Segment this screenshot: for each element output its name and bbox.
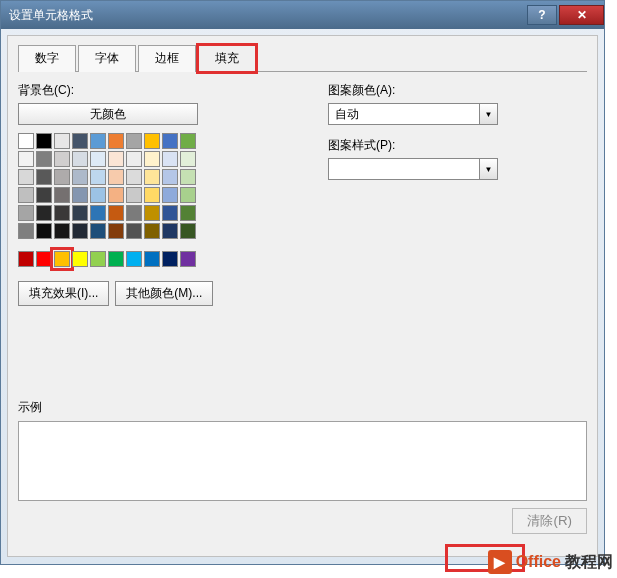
color-swatch[interactable] [18,187,34,203]
color-swatch[interactable] [162,169,178,185]
color-swatch[interactable] [18,151,34,167]
color-swatch[interactable] [180,151,196,167]
color-swatch[interactable] [180,133,196,149]
color-swatch[interactable] [162,205,178,221]
color-swatch[interactable] [90,205,106,221]
help-button[interactable]: ? [527,5,557,25]
color-swatch[interactable] [162,187,178,203]
standard-color-swatch[interactable] [162,251,178,267]
color-swatch[interactable] [72,223,88,239]
standard-color-swatch[interactable] [72,251,88,267]
window-controls: ? ✕ [527,5,604,25]
standard-color-swatch[interactable] [18,251,34,267]
watermark-brand2: 教程网 [565,552,613,573]
tab-font[interactable]: 字体 [78,45,136,72]
color-swatch[interactable] [36,133,52,149]
color-swatch[interactable] [144,205,160,221]
pattern-color-dropdown[interactable]: 自动 ▼ [328,103,498,125]
color-swatch[interactable] [180,169,196,185]
right-column: 图案颜色(A): 自动 ▼ 图案样式(P): ▼ [328,82,528,306]
color-swatch[interactable] [36,187,52,203]
color-swatch[interactable] [126,223,142,239]
color-swatch[interactable] [18,205,34,221]
color-swatch[interactable] [36,151,52,167]
color-swatch[interactable] [126,151,142,167]
color-swatch[interactable] [18,223,34,239]
tab-number[interactable]: 数字 [18,45,76,72]
color-swatch[interactable] [126,187,142,203]
fill-effects-button[interactable]: 填充效果(I)... [18,281,109,306]
office-logo-icon: ▶ [488,550,512,574]
color-swatch[interactable] [90,133,106,149]
chevron-down-icon: ▼ [479,159,497,179]
color-swatch[interactable] [108,187,124,203]
color-swatch[interactable] [54,205,70,221]
color-swatch[interactable] [90,223,106,239]
color-swatch[interactable] [180,205,196,221]
color-swatch[interactable] [36,223,52,239]
color-swatch[interactable] [144,151,160,167]
color-swatch[interactable] [36,205,52,221]
color-swatch[interactable] [54,223,70,239]
theme-color-grid [18,133,268,239]
color-swatch[interactable] [18,169,34,185]
color-swatch[interactable] [144,133,160,149]
color-swatch[interactable] [144,169,160,185]
sample-preview [18,421,587,501]
standard-color-swatch[interactable] [108,251,124,267]
color-swatch[interactable] [90,187,106,203]
tab-border[interactable]: 边框 [138,45,196,72]
color-swatch[interactable] [126,133,142,149]
chevron-down-icon: ▼ [479,104,497,124]
pattern-color-value: 自动 [335,106,359,123]
color-swatch[interactable] [108,223,124,239]
standard-color-swatch[interactable] [180,251,196,267]
nocolor-button[interactable]: 无颜色 [18,103,198,125]
button-row: 填充效果(I)... 其他颜色(M)... [18,281,268,306]
color-swatch[interactable] [108,205,124,221]
color-swatch[interactable] [18,133,34,149]
color-swatch[interactable] [54,169,70,185]
color-swatch[interactable] [108,169,124,185]
color-swatch[interactable] [90,151,106,167]
standard-color-swatch[interactable] [90,251,106,267]
pattern-style-label: 图案样式(P): [328,137,528,154]
dialog-content: 数字 字体 边框 填充 背景色(C): 无颜色 填充效果(I)... 其他颜色(… [7,35,598,557]
color-swatch[interactable] [36,169,52,185]
pattern-style-dropdown[interactable]: ▼ [328,158,498,180]
color-swatch[interactable] [162,151,178,167]
standard-color-swatch[interactable] [36,251,52,267]
color-swatch[interactable] [144,187,160,203]
watermark: ▶ Office教程网 [488,550,613,574]
color-swatch[interactable] [126,169,142,185]
color-swatch[interactable] [72,187,88,203]
more-colors-button[interactable]: 其他颜色(M)... [115,281,213,306]
color-swatch[interactable] [90,169,106,185]
fill-panel: 背景色(C): 无颜色 填充效果(I)... 其他颜色(M)... 图案颜色(A… [18,82,587,306]
color-swatch[interactable] [162,223,178,239]
pattern-color-label: 图案颜色(A): [328,82,528,99]
color-swatch[interactable] [180,187,196,203]
color-swatch[interactable] [72,205,88,221]
color-swatch[interactable] [54,133,70,149]
color-swatch[interactable] [180,223,196,239]
dialog-window: 设置单元格格式 ? ✕ 数字 字体 边框 填充 背景色(C): 无颜色 填充效果… [0,0,605,565]
color-swatch[interactable] [54,187,70,203]
standard-color-swatch[interactable] [144,251,160,267]
color-swatch[interactable] [108,133,124,149]
color-swatch[interactable] [54,151,70,167]
color-swatch[interactable] [126,205,142,221]
color-swatch[interactable] [72,133,88,149]
close-button[interactable]: ✕ [559,5,604,25]
standard-color-swatch[interactable] [126,251,142,267]
color-swatch[interactable] [72,169,88,185]
watermark-brand1: Office [516,553,561,571]
color-swatch[interactable] [72,151,88,167]
bgcolor-label: 背景色(C): [18,82,268,99]
color-swatch[interactable] [108,151,124,167]
standard-color-swatch[interactable] [54,251,70,267]
color-swatch[interactable] [162,133,178,149]
tab-fill[interactable]: 填充 [198,45,256,72]
clear-button[interactable]: 清除(R) [512,508,587,534]
color-swatch[interactable] [144,223,160,239]
